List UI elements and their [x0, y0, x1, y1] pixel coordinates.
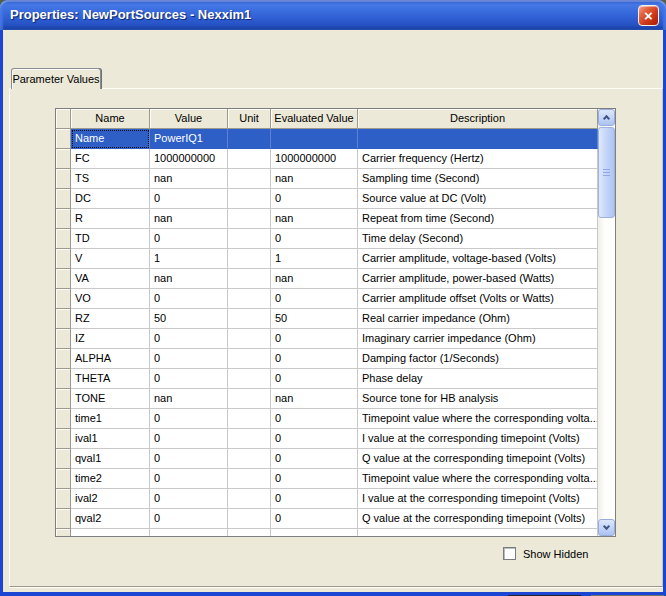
- cell-unit[interactable]: [228, 149, 271, 169]
- cell-unit[interactable]: [228, 469, 271, 489]
- cell-unit[interactable]: [228, 509, 271, 529]
- cell-name[interactable]: ival2: [71, 489, 150, 509]
- cell-description[interactable]: Q value at the corresponding timepoint (…: [358, 509, 598, 529]
- row-selector[interactable]: [56, 209, 71, 229]
- cell-unit[interactable]: [228, 169, 271, 189]
- table-row[interactable]: qval200Q value at the corresponding time…: [56, 509, 598, 529]
- cell-name[interactable]: ival1: [71, 429, 150, 449]
- table-row[interactable]: IZ00Imaginary carrier impedance (Ohm): [56, 329, 598, 349]
- table-row[interactable]: V11Carrier amplitude, voltage-based (Vol…: [56, 249, 598, 269]
- cell-description[interactable]: Time delay (Second): [358, 229, 598, 249]
- cell-value[interactable]: 0: [150, 469, 228, 489]
- table-row[interactable]: time200Timepoint value where the corresp…: [56, 469, 598, 489]
- cell-name[interactable]: V: [71, 249, 150, 269]
- cell-unit[interactable]: [228, 329, 271, 349]
- cell-description[interactable]: Sampling time (Second): [358, 169, 598, 189]
- cell-value[interactable]: 0: [150, 429, 228, 449]
- table-row[interactable]: ival100I value at the corresponding time…: [56, 429, 598, 449]
- cell-description[interactable]: Timepoint value where the corresponding …: [358, 469, 598, 489]
- column-header-evaluated-value[interactable]: Evaluated Value: [271, 109, 358, 129]
- cell-name[interactable]: IZ: [71, 329, 150, 349]
- cell-unit[interactable]: [228, 289, 271, 309]
- row-selector[interactable]: [56, 149, 71, 169]
- table-row[interactable]: ival200I value at the corresponding time…: [56, 489, 598, 509]
- close-button[interactable]: ×: [638, 5, 659, 26]
- cell-description[interactable]: Carrier amplitude, power-based (Watts): [358, 269, 598, 289]
- cell-evaluated[interactable]: 0: [271, 369, 358, 389]
- row-selector[interactable]: [56, 189, 71, 209]
- cell-description[interactable]: Phase delay: [358, 369, 598, 389]
- cell-evaluated[interactable]: 0: [271, 469, 358, 489]
- cell-description[interactable]: Timepoint value where the corresponding …: [358, 409, 598, 429]
- scroll-up-button[interactable]: [598, 109, 615, 126]
- cell-value[interactable]: nan: [150, 269, 228, 289]
- tab-parameter-values[interactable]: Parameter Values: [11, 68, 101, 89]
- cell-description[interactable]: Carrier frequency (Hertz): [358, 149, 598, 169]
- cell-name[interactable]: DC: [71, 189, 150, 209]
- row-selector[interactable]: [56, 289, 71, 309]
- cell-evaluated[interactable]: 50: [271, 309, 358, 329]
- row-selector[interactable]: [56, 349, 71, 369]
- cell-evaluated[interactable]: 1000000000: [271, 149, 358, 169]
- row-selector[interactable]: [56, 169, 71, 189]
- cell-name[interactable]: TS: [71, 169, 150, 189]
- cell-unit[interactable]: [228, 129, 271, 149]
- cell-value[interactable]: nan: [150, 169, 228, 189]
- show-hidden-checkbox[interactable]: [503, 547, 516, 560]
- row-selector[interactable]: [56, 369, 71, 389]
- cell-name[interactable]: TD: [71, 229, 150, 249]
- table-row[interactable]: RnannanRepeat from time (Second): [56, 209, 598, 229]
- cell-evaluated[interactable]: 1: [271, 249, 358, 269]
- cell-evaluated[interactable]: nan: [271, 209, 358, 229]
- cell-name[interactable]: time2: [71, 469, 150, 489]
- cell-name[interactable]: qval1: [71, 449, 150, 469]
- column-header-value[interactable]: Value: [150, 109, 228, 129]
- cell-unit[interactable]: [228, 209, 271, 229]
- cell-name[interactable]: TONE: [71, 389, 150, 409]
- cell-evaluated[interactable]: 0: [271, 349, 358, 369]
- column-header-unit[interactable]: Unit: [228, 109, 271, 129]
- cell-evaluated[interactable]: nan: [271, 269, 358, 289]
- cell-evaluated[interactable]: 0: [271, 449, 358, 469]
- cell-unit[interactable]: [228, 229, 271, 249]
- cell-value[interactable]: nan: [150, 389, 228, 409]
- cell-unit[interactable]: [228, 449, 271, 469]
- column-header-name[interactable]: Name: [71, 109, 150, 129]
- cell-description[interactable]: Source value at DC (Volt): [358, 189, 598, 209]
- vertical-scrollbar[interactable]: [598, 109, 615, 536]
- cell-description[interactable]: Damping factor (1/Seconds): [358, 349, 598, 369]
- cell-description[interactable]: I value at the corresponding timepoint (…: [358, 489, 598, 509]
- row-selector[interactable]: [56, 229, 71, 249]
- cell-unit[interactable]: [228, 489, 271, 509]
- cell-unit[interactable]: [228, 309, 271, 329]
- column-header-description[interactable]: Description: [358, 109, 598, 129]
- cell-value[interactable]: 1: [150, 249, 228, 269]
- cell-description[interactable]: Imaginary carrier impedance (Ohm): [358, 329, 598, 349]
- table-row[interactable]: VO00Carrier amplitude offset (Volts or W…: [56, 289, 598, 309]
- table-row[interactable]: ALPHA00Damping factor (1/Seconds): [56, 349, 598, 369]
- row-selector[interactable]: [56, 449, 71, 469]
- table-row[interactable]: qval100Q value at the corresponding time…: [56, 449, 598, 469]
- cell-description[interactable]: Source tone for HB analysis: [358, 389, 598, 409]
- table-row[interactable]: FC10000000001000000000Carrier frequency …: [56, 149, 598, 169]
- cell-name[interactable]: Name: [71, 129, 150, 149]
- table-row[interactable]: DC00Source value at DC (Volt): [56, 189, 598, 209]
- cell-unit[interactable]: [228, 429, 271, 449]
- cell-value[interactable]: 1000000000: [150, 149, 228, 169]
- cell-name[interactable]: THETA: [71, 369, 150, 389]
- cell-value[interactable]: 0: [150, 289, 228, 309]
- cell-unit[interactable]: [228, 249, 271, 269]
- cell-evaluated[interactable]: 0: [271, 229, 358, 249]
- cell-evaluated[interactable]: 0: [271, 189, 358, 209]
- cell-evaluated[interactable]: 0: [271, 509, 358, 529]
- row-selector[interactable]: [56, 489, 71, 509]
- cell-value[interactable]: nan: [150, 209, 228, 229]
- row-selector[interactable]: [56, 329, 71, 349]
- cell-name[interactable]: qval2: [71, 509, 150, 529]
- cell-value[interactable]: 0: [150, 349, 228, 369]
- row-selector[interactable]: [56, 509, 71, 529]
- cell-description[interactable]: Real carrier impedance (Ohm): [358, 309, 598, 329]
- cell-description[interactable]: Q value at the corresponding timepoint (…: [358, 449, 598, 469]
- cell-evaluated[interactable]: 0: [271, 409, 358, 429]
- scrollbar-thumb[interactable]: [598, 127, 615, 218]
